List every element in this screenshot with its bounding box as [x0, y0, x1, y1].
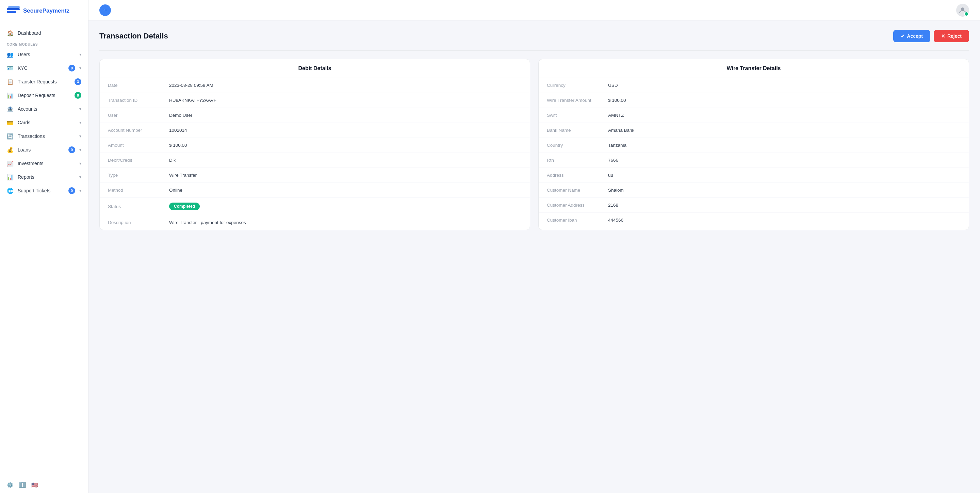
debit-type-row: Type Wire Transfer [100, 168, 530, 183]
sidebar-footer: ⚙️ ℹ️ 🇺🇸 [0, 477, 88, 493]
chevron-down-icon: ▾ [79, 66, 81, 70]
chevron-down-icon: ▾ [79, 161, 81, 166]
status-badge: Completed [169, 203, 200, 210]
sidebar-item-label: KYC [18, 65, 64, 71]
logo-text: SecurePaymentz [23, 8, 69, 14]
transactions-icon: 🔄 [7, 133, 14, 140]
debit-status-row: Status Completed [100, 198, 530, 215]
logo-icon [7, 6, 21, 16]
chevron-down-icon: ▾ [79, 134, 81, 139]
wt-amount-label: Wire Transfer Amount [547, 98, 608, 103]
debit-status-value: Completed [169, 203, 522, 210]
deposit-icon: 📊 [7, 92, 14, 99]
debit-amount-label: Amount [108, 143, 169, 148]
sidebar-item-dashboard[interactable]: 🏠 Dashboard [0, 26, 88, 40]
debit-date-label: Date [108, 83, 169, 88]
logo-area: SecurePaymentz [0, 0, 88, 22]
info-icon[interactable]: ℹ️ [19, 482, 26, 488]
chevron-down-icon: ▾ [79, 107, 81, 111]
x-icon: ✕ [941, 34, 945, 39]
wt-customer-address-label: Customer Address [547, 203, 608, 208]
svg-rect-2 [8, 6, 20, 8]
page-header: Transaction Details ✔ Accept ✕ Reject [99, 30, 969, 42]
sidebar-item-transfer-requests[interactable]: 📋 Transfer Requests 3 [0, 75, 88, 89]
back-button[interactable]: ← [99, 5, 111, 16]
debit-amount-row: Amount $ 100.00 [100, 138, 530, 153]
wire-transfer-details-card: Wire Transfer Details Currency USD Wire … [538, 59, 969, 230]
sidebar: SecurePaymentz 🏠 Dashboard CORE MODULES … [0, 0, 89, 493]
sidebar-item-kyc[interactable]: 🪪 KYC 0 ▾ [0, 61, 88, 75]
debit-credit-row: Debit/Credit DR [100, 153, 530, 168]
transfer-badge: 3 [75, 78, 81, 85]
debit-type-value: Wire Transfer [169, 172, 522, 178]
debit-method-label: Method [108, 188, 169, 193]
debit-description-row: Description Wire Transfer - payment for … [100, 215, 530, 230]
debit-user-row: User Demo User [100, 108, 530, 123]
wt-customer-address-value: 2168 [608, 203, 961, 208]
sidebar-item-label: Support Tickets [18, 188, 64, 193]
chevron-down-icon: ▾ [79, 120, 81, 125]
investments-icon: 📈 [7, 160, 14, 167]
debit-description-label: Description [108, 220, 169, 225]
support-icon: 🌐 [7, 187, 14, 194]
settings-icon[interactable]: ⚙️ [7, 482, 14, 488]
sidebar-item-label: Users [18, 52, 75, 57]
wt-country-row: Country Tanzania [539, 138, 969, 153]
wt-country-label: Country [547, 143, 608, 148]
sidebar-item-users[interactable]: 👥 Users ▾ [0, 48, 88, 61]
wt-address-row: Address uu [539, 168, 969, 183]
wt-customer-iban-label: Customer Iban [547, 217, 608, 223]
chevron-down-icon: ▾ [79, 188, 81, 193]
language-flag-icon[interactable]: 🇺🇸 [31, 482, 38, 488]
sidebar-item-deposit-requests[interactable]: 📊 Deposit Requests 0 [0, 89, 88, 102]
wt-currency-label: Currency [547, 83, 608, 88]
wt-rtn-row: Rtn 7666 [539, 153, 969, 168]
sidebar-item-cards[interactable]: 💳 Cards ▾ [0, 116, 88, 129]
wt-address-label: Address [547, 172, 608, 178]
sidebar-item-investments[interactable]: 📈 Investments ▾ [0, 156, 88, 170]
sidebar-item-accounts[interactable]: 🏦 Accounts ▾ [0, 102, 88, 116]
loans-badge: 0 [68, 147, 75, 153]
debit-date-value: 2023-08-28 09:58 AM [169, 83, 522, 88]
wt-swift-label: Swift [547, 113, 608, 118]
debit-method-value: Online [169, 188, 522, 193]
accept-button[interactable]: ✔ Accept [893, 30, 930, 42]
wt-customer-iban-value: 444566 [608, 217, 961, 223]
sidebar-item-label: Dashboard [18, 30, 81, 36]
sidebar-item-transactions[interactable]: 🔄 Transactions ▾ [0, 129, 88, 143]
wire-transfer-title: Wire Transfer Details [539, 59, 969, 78]
chevron-down-icon: ▾ [79, 52, 81, 57]
wt-currency-row: Currency USD [539, 78, 969, 93]
wt-customer-name-row: Customer Name Shalom [539, 183, 969, 198]
reject-button[interactable]: ✕ Reject [934, 30, 969, 42]
main-area: ← Transaction Details ✔ Accept ✕ Reject [89, 0, 980, 493]
wt-customer-address-row: Customer Address 2168 [539, 198, 969, 213]
avatar[interactable] [956, 4, 969, 17]
wt-customer-iban-row: Customer Iban 444566 [539, 213, 969, 227]
sidebar-item-label: Accounts [18, 106, 75, 112]
debit-status-label: Status [108, 204, 169, 209]
home-icon: 🏠 [7, 30, 14, 37]
chevron-down-icon: ▾ [79, 147, 81, 152]
debit-date-row: Date 2023-08-28 09:58 AM [100, 78, 530, 93]
debit-credit-value: DR [169, 158, 522, 163]
debit-credit-label: Debit/Credit [108, 158, 169, 163]
wt-swift-value: AMNTZ [608, 113, 961, 118]
sidebar-item-reports[interactable]: 📊 Reports ▾ [0, 170, 88, 184]
sidebar-item-label: Deposit Requests [18, 93, 70, 98]
page-content: Transaction Details ✔ Accept ✕ Reject De… [89, 21, 980, 493]
debit-transaction-id-value: HU8AKNKATFY2AAVF [169, 98, 522, 103]
sidebar-item-label: Cards [18, 120, 75, 125]
sidebar-nav: 🏠 Dashboard CORE MODULES 👥 Users ▾ 🪪 KYC… [0, 22, 88, 477]
section-label: CORE MODULES [0, 40, 88, 48]
top-header: ← [89, 0, 980, 21]
divider [99, 50, 969, 51]
sidebar-item-loans[interactable]: 💰 Loans 0 ▾ [0, 143, 88, 156]
transfer-icon: 📋 [7, 78, 14, 85]
wt-swift-row: Swift AMNTZ [539, 108, 969, 123]
accounts-icon: 🏦 [7, 105, 14, 112]
wt-currency-value: USD [608, 83, 961, 88]
wt-customer-name-value: Shalom [608, 188, 961, 193]
sidebar-item-support-tickets[interactable]: 🌐 Support Tickets 0 ▾ [0, 184, 88, 198]
cards-row: Debit Details Date 2023-08-28 09:58 AM T… [99, 59, 969, 230]
